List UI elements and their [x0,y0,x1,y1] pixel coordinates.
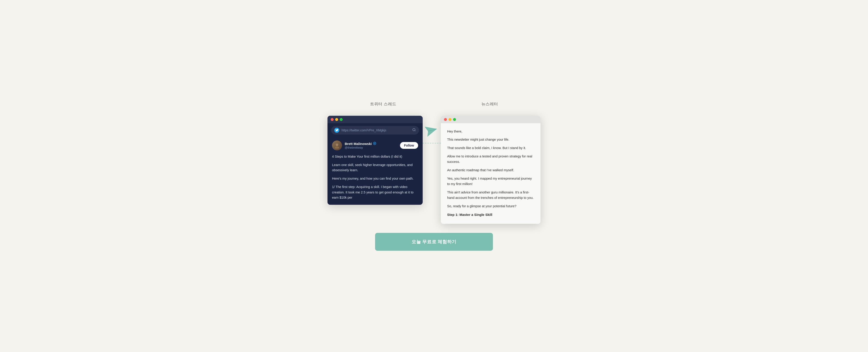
tweet-author-row: Brett Malinowski @thebrettway Fol [332,140,418,151]
url-text: https://twitter.com/VPre_XMgkjs [342,128,410,132]
nl-close-button[interactable] [444,118,447,121]
nl-line-7: This ain't advice from another guru mill… [447,190,534,201]
tweet-body: 4 Steps to Make Your first million dolla… [332,154,418,200]
windows-row: https://twitter.com/VPre_XMgkjs [323,116,545,224]
twitter-label: 트위터 스레드 [370,101,396,107]
svg-point-3 [335,146,339,149]
nl-line-3: That sounds like a bold claim, I know. B… [447,145,534,151]
maximize-button[interactable] [340,118,343,121]
nl-line-2: This newsletter might just change your l… [447,137,534,142]
address-bar[interactable]: https://twitter.com/VPre_XMgkjs [331,126,419,134]
arrow-connector [423,116,441,138]
nl-line-6: Yes, you heard right. I mapped my entrep… [447,176,534,187]
svg-point-0 [413,128,415,131]
dashed-line [423,143,441,143]
main-container: 트위터 스레드 뉴스레터 https://twitter.com/VPre_XM… [323,101,545,251]
tweet-line-3: Here's my journey, and how you can find … [332,176,418,181]
tweet-line-1: 4 Steps to Make Your first million dolla… [332,154,418,159]
follow-button[interactable]: Follow [400,142,418,149]
twitter-content: Brett Malinowski @thebrettway Fol [328,137,423,205]
cta-button[interactable]: 오늘 무료로 체험하기 [375,233,493,251]
paper-plane-icon [425,123,439,139]
nl-maximize-button[interactable] [453,118,456,121]
newsletter-window: Hey there, This newsletter might just ch… [441,116,540,224]
tweet-line-4: 1/ The first step: Acquiring a skill. I … [332,184,418,200]
svg-line-1 [415,130,415,131]
svg-point-2 [336,143,338,146]
verified-badge [373,141,376,146]
author-info: Brett Malinowski @thebrettway [345,141,397,149]
labels-row: 트위터 스레드 뉴스레터 [323,101,545,107]
nl-line-1: Hey there, [447,129,534,134]
newsletter-content: Hey there, This newsletter might just ch… [441,123,540,224]
author-name-row: Brett Malinowski [345,141,397,146]
close-button[interactable] [331,118,334,121]
minimize-button[interactable] [335,118,338,121]
twitter-titlebar [328,116,423,123]
nl-line-8: So, ready for a glimpse at your potentia… [447,203,534,209]
author-name: Brett Malinowski [345,142,372,146]
search-icon[interactable] [412,128,416,132]
twitter-window: https://twitter.com/VPre_XMgkjs [328,116,423,205]
tweet-line-2: Learn one skill, seek higher leverage op… [332,162,418,173]
author-handle: @thebrettway [345,146,397,149]
newsletter-step: Step 1: Master a Single Skill [447,212,534,218]
newsletter-titlebar [441,116,540,123]
nl-line-5: An authentic roadmap that I've walked my… [447,167,534,173]
nl-line-4: Allow me to introduce a tested and prove… [447,154,534,165]
nl-minimize-button[interactable] [448,118,452,121]
avatar [332,140,342,151]
newsletter-label: 뉴스레터 [482,101,498,107]
twitter-bird-icon [334,128,339,133]
